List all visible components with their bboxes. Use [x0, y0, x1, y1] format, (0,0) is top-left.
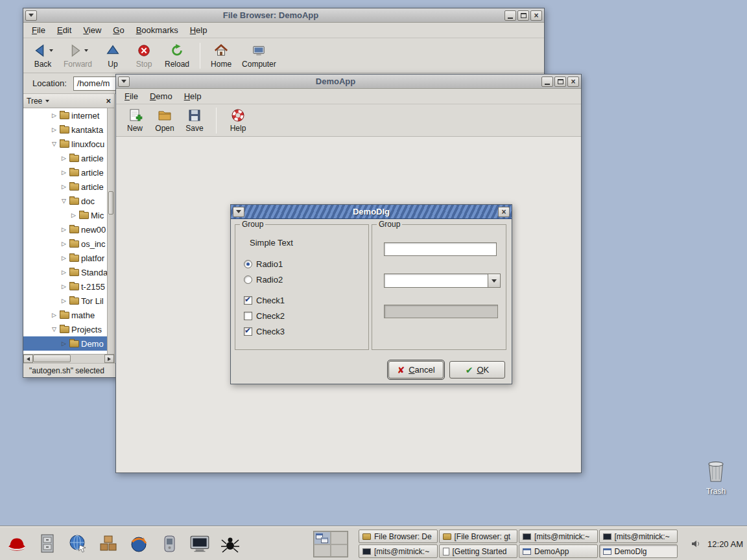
demodlg-titlebar[interactable]: DemoDlg ×: [231, 205, 512, 219]
sidebar-close-button[interactable]: ×: [106, 96, 111, 106]
checkbox-unchecked-icon[interactable]: [244, 312, 252, 320]
tree-item[interactable]: os_inc: [23, 237, 107, 251]
file-browser-titlebar[interactable]: File Browser: DemoApp ×: [23, 8, 544, 23]
minimize-button[interactable]: [504, 10, 516, 21]
back-dropdown-icon[interactable]: [49, 49, 53, 52]
trash-desktop-icon[interactable]: Trash: [695, 458, 737, 496]
forward-dropdown-icon[interactable]: [84, 49, 88, 52]
expander-icon[interactable]: [60, 298, 67, 304]
combo-box[interactable]: [384, 274, 501, 288]
tree-item[interactable]: Mic: [23, 208, 107, 222]
maximize-button[interactable]: [554, 76, 566, 87]
tree-item[interactable]: linuxfocu: [23, 137, 107, 151]
tree-item[interactable]: Projects: [23, 322, 107, 336]
reload-button[interactable]: Reload: [161, 40, 193, 72]
cancel-button[interactable]: ✘ Cancel: [388, 361, 444, 379]
expander-icon[interactable]: [60, 255, 67, 261]
expander-icon[interactable]: [60, 169, 67, 176]
scrollbar-track[interactable]: [33, 355, 104, 363]
task-demodlg[interactable]: DemoDlg: [599, 544, 678, 558]
open-button[interactable]: Open: [152, 106, 177, 135]
text-entry-field[interactable]: [384, 242, 497, 256]
workspace-3[interactable]: [314, 544, 331, 557]
menu-file[interactable]: File: [119, 89, 144, 103]
tree-item[interactable]: Standa: [23, 265, 107, 279]
expander-icon[interactable]: [60, 155, 67, 161]
task-file-browser[interactable]: File Browser: De: [359, 530, 438, 543]
file-manager-launcher[interactable]: [34, 531, 60, 557]
radio-unchecked-icon[interactable]: [244, 275, 252, 284]
menu-bookmarks[interactable]: Bookmarks: [130, 23, 184, 37]
expander-icon[interactable]: [60, 198, 67, 204]
expander-icon[interactable]: [51, 326, 58, 332]
ok-button[interactable]: ✔ OK: [449, 361, 505, 379]
sidebar-dropdown-icon[interactable]: [45, 100, 49, 102]
tree-item[interactable]: mathe: [23, 308, 107, 322]
demoapp-titlebar[interactable]: DemoApp ×: [116, 75, 581, 89]
expander-icon[interactable]: [51, 141, 58, 147]
tree-item-selected[interactable]: Demo: [23, 336, 107, 351]
window-menu-button[interactable]: [25, 10, 37, 21]
tree-item[interactable]: Tor Lil: [23, 294, 107, 308]
workspace-1[interactable]: [314, 531, 331, 544]
expander-icon[interactable]: [51, 312, 58, 318]
minimize-button[interactable]: [541, 76, 553, 87]
radio-checked-icon[interactable]: [244, 260, 252, 268]
check3-option[interactable]: Check3: [244, 326, 285, 336]
workspace-2[interactable]: [331, 531, 348, 544]
task-demoapp[interactable]: DemoApp: [519, 544, 598, 558]
web-browser-launcher[interactable]: [65, 531, 91, 557]
spider-app-launcher[interactable]: [217, 531, 243, 557]
tree-item[interactable]: article: [23, 151, 107, 165]
menu-edit[interactable]: Edit: [51, 23, 77, 37]
task-file-browser-min[interactable]: [File Browser: gt: [439, 530, 518, 543]
expander-icon[interactable]: [60, 226, 67, 233]
menu-view[interactable]: View: [77, 23, 107, 37]
window-menu-button[interactable]: [118, 76, 130, 87]
tree-item[interactable]: platfor: [23, 251, 107, 265]
home-button[interactable]: Home: [207, 40, 235, 72]
expander-icon[interactable]: [70, 212, 77, 218]
check2-option[interactable]: Check2: [244, 310, 285, 321]
scrollbar-thumb[interactable]: [108, 191, 113, 215]
menu-help[interactable]: Help: [184, 23, 213, 37]
tree-horizontal-scrollbar[interactable]: [23, 354, 114, 363]
expander-icon[interactable]: [60, 340, 67, 347]
window-menu-button[interactable]: [233, 207, 244, 217]
check1-option[interactable]: Check1: [244, 295, 285, 305]
package-manager-launcher[interactable]: [95, 531, 121, 557]
expander-icon[interactable]: [60, 269, 67, 275]
menu-file[interactable]: File: [26, 23, 51, 37]
task-terminal-1[interactable]: [mits@mitnick:~: [519, 530, 598, 543]
tree-item[interactable]: t-2155: [23, 279, 107, 294]
sidebar-view-selector[interactable]: Tree: [27, 97, 42, 106]
radio1-option[interactable]: Radio1: [244, 259, 283, 269]
expander-icon[interactable]: [51, 112, 58, 119]
computer-button[interactable]: Computer: [238, 40, 280, 72]
forward-button[interactable]: Forward: [60, 40, 96, 72]
checkbox-checked-icon[interactable]: [244, 296, 252, 305]
close-button[interactable]: ×: [567, 76, 579, 87]
task-terminal-3[interactable]: [mits@mitnick:~: [359, 544, 438, 558]
scrollbar-thumb[interactable]: [33, 355, 71, 362]
workspace-switcher[interactable]: [313, 531, 348, 557]
mozilla-launcher[interactable]: [126, 531, 152, 557]
volume-icon[interactable]: [691, 539, 701, 549]
maximize-button[interactable]: [517, 10, 529, 21]
menu-help[interactable]: Help: [178, 89, 208, 103]
menu-demo[interactable]: Demo: [144, 89, 178, 103]
expander-icon[interactable]: [60, 283, 67, 290]
up-button[interactable]: Up: [99, 40, 127, 72]
combo-dropdown-button[interactable]: [488, 274, 501, 288]
tree-item[interactable]: article: [23, 165, 107, 180]
tree-item[interactable]: new00: [23, 222, 107, 237]
help-button[interactable]: Help: [226, 106, 250, 135]
pda-device-launcher[interactable]: [156, 531, 182, 557]
combo-entry-field[interactable]: [384, 274, 488, 288]
expander-icon[interactable]: [51, 126, 58, 133]
stop-button[interactable]: Stop: [130, 40, 158, 72]
task-terminal-2[interactable]: [mits@mitnick:~: [599, 530, 678, 543]
close-button[interactable]: ×: [530, 10, 542, 21]
menu-go[interactable]: Go: [107, 23, 130, 37]
expander-icon[interactable]: [60, 240, 67, 247]
